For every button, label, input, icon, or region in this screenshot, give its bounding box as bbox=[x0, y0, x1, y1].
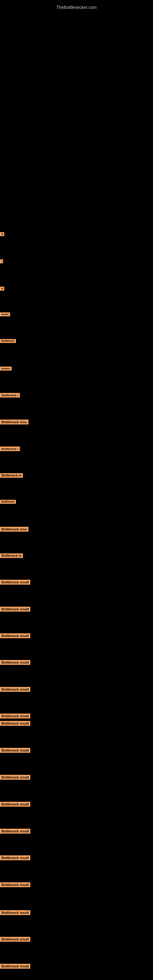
bottleneck-label-14: Bottleneck result bbox=[0, 580, 30, 585]
bottleneck-label-11: Bottleneck bbox=[0, 500, 16, 504]
bottleneck-label-5: Bottleneck bbox=[0, 339, 16, 343]
bottleneck-label-20: Bottleneck result bbox=[0, 721, 30, 726]
bottleneck-label-7: Bottleneck r bbox=[0, 393, 20, 398]
bottleneck-label-23: Bottleneck result bbox=[0, 802, 30, 807]
bottleneck-label-28: Bottleneck result bbox=[0, 937, 30, 942]
bottleneck-label-16: Bottleneck result bbox=[0, 633, 30, 638]
bottleneck-label-15: Bottleneck result bbox=[0, 607, 30, 612]
bottleneck-label-21: Bottleneck result bbox=[0, 748, 30, 753]
bottleneck-label-4: Bottle bbox=[0, 312, 10, 317]
bottleneck-label-2: | bbox=[0, 259, 3, 263]
bottleneck-label-8: Bottleneck resu bbox=[0, 420, 29, 425]
bottleneck-label-19: Bottleneck result bbox=[0, 714, 30, 719]
bottleneck-label-13: Bottleneck re bbox=[0, 554, 23, 558]
bottleneck-label-29: Bottleneck result bbox=[0, 964, 30, 969]
bottleneck-label-6: Bottlen bbox=[0, 367, 12, 371]
bottleneck-label-26: Bottleneck result bbox=[0, 882, 30, 887]
bottleneck-label-3: B bbox=[0, 286, 4, 291]
bottleneck-label-25: Bottleneck result bbox=[0, 855, 30, 860]
bottleneck-label-22: Bottleneck result bbox=[0, 775, 30, 780]
bottleneck-label-24: Bottleneck result bbox=[0, 829, 30, 834]
bottleneck-label-9: Bottleneck r bbox=[0, 447, 20, 451]
bottleneck-label-18: Bottleneck result bbox=[0, 687, 30, 692]
site-title: TheBottlenecker.com bbox=[0, 2, 153, 10]
bottleneck-label-10: Bottleneck re bbox=[0, 473, 23, 478]
bottleneck-label-27: Bottleneck result bbox=[0, 910, 30, 915]
bottleneck-label-12: Bottleneck resu bbox=[0, 527, 29, 531]
bottleneck-label-1: B bbox=[0, 232, 4, 236]
bottleneck-label-17: Bottleneck result bbox=[0, 660, 30, 665]
